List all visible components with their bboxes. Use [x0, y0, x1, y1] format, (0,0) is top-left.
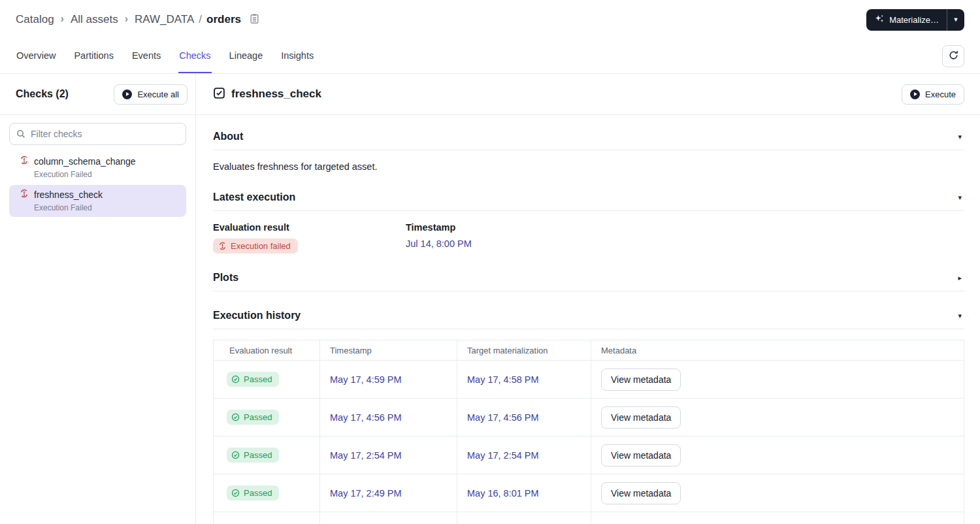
sparkle-icon	[874, 14, 885, 26]
execution-history-section-header: Execution history ▾	[213, 310, 964, 321]
table-header-row: Evaluation result Timestamp Target mater…	[214, 340, 964, 361]
check-circle-icon	[231, 375, 240, 384]
view-metadata-button[interactable]: View metadata	[601, 482, 681, 504]
check-item-freshness-check[interactable]: freshness_check Execution Failed	[9, 185, 186, 217]
asset-path: RAW_DATA / orders	[135, 13, 241, 26]
plots-expand-button[interactable]: ▸	[955, 272, 964, 284]
view-metadata-button[interactable]: View metadata	[601, 406, 681, 429]
view-metadata-button[interactable]: View metadata	[601, 368, 681, 391]
about-section-header: About ▾	[213, 131, 964, 142]
check-status: Execution Failed	[34, 203, 178, 212]
check-name: freshness_check	[34, 189, 103, 200]
check-circle-icon	[231, 413, 240, 421]
about-heading: About	[213, 131, 243, 142]
check-title: freshness_check	[231, 88, 321, 101]
check-failed-icon	[218, 242, 227, 250]
divider	[213, 150, 964, 150]
plots-section-header: Plots ▸	[213, 272, 964, 284]
execution-history-table: Evaluation result Timestamp Target mater…	[213, 340, 964, 524]
passed-badge-label: Passed	[244, 488, 272, 498]
table-row: Passed May 17, 4:59 PM May 17, 4:58 PM V…	[214, 361, 964, 399]
latest-execution-heading: Latest execution	[213, 191, 295, 203]
check-failed-icon	[20, 156, 29, 167]
tab-checks[interactable]: Checks	[178, 39, 211, 73]
table-row: Passed May 17, 2:49 PM May 16, 8:01 PM V…	[214, 474, 964, 512]
column-header-timestamp: Timestamp	[319, 340, 457, 360]
caret-down-icon: ▾	[958, 133, 962, 140]
passed-badge: Passed	[227, 410, 279, 425]
check-item-column-schema-change[interactable]: column_schema_change Execution Failed	[9, 152, 186, 184]
execution-failed-badge-label: Execution failed	[231, 241, 291, 251]
chevron-right-icon: ›	[125, 13, 128, 25]
check-circle-icon	[231, 489, 240, 497]
check-circle-icon	[231, 451, 240, 459]
timestamp-link[interactable]: May 17, 4:56 PM	[330, 412, 402, 423]
view-metadata-button[interactable]: View metadata	[601, 444, 681, 467]
timestamp-link[interactable]: May 17, 4:59 PM	[330, 374, 402, 385]
asset-tabs: Overview Partitions Events Checks Lineag…	[0, 39, 980, 74]
target-materialization-link[interactable]: May 17, 4:58 PM	[467, 374, 539, 385]
checks-sidebar: Checks (2) Execute all	[0, 74, 196, 524]
asset-path-separator: /	[199, 13, 202, 26]
top-bar: Catalog › All assets › RAW_DATA / orders	[0, 0, 980, 39]
check-detail-content: About ▾ Evaluates freshness for targeted…	[196, 131, 980, 524]
execute-all-button[interactable]: Execute all	[114, 84, 188, 105]
passed-badge: Passed	[227, 372, 279, 387]
tab-overview[interactable]: Overview	[16, 39, 56, 73]
timestamp-field: Timestamp Jul 14, 8:00 PM	[406, 222, 598, 254]
divider	[213, 291, 964, 291]
tab-lineage[interactable]: Lineage	[229, 39, 264, 73]
breadcrumb-catalog[interactable]: Catalog	[16, 13, 54, 26]
clipboard-icon	[249, 13, 260, 26]
caret-down-icon: ▾	[958, 193, 962, 201]
refresh-icon	[948, 50, 959, 63]
tab-partitions[interactable]: Partitions	[73, 39, 114, 73]
divider	[213, 210, 964, 211]
play-icon	[910, 90, 920, 99]
latest-execution-timestamp-link[interactable]: Jul 14, 8:00 PM	[406, 238, 472, 249]
checks-count-title: Checks (2)	[16, 88, 69, 100]
breadcrumb-all-assets[interactable]: All assets	[71, 13, 118, 26]
execution-history-collapse-button[interactable]: ▾	[955, 310, 964, 321]
timestamp-link[interactable]: May 17, 2:49 PM	[330, 488, 402, 499]
about-collapse-button[interactable]: ▾	[955, 131, 964, 142]
evaluation-result-field: Evaluation result Execution failed	[213, 222, 406, 254]
execute-button[interactable]: Execute	[902, 84, 964, 105]
refresh-button[interactable]	[942, 45, 964, 67]
filter-checks-wrap	[9, 123, 186, 145]
filter-checks-input[interactable]	[9, 123, 186, 145]
check-status: Execution Failed	[34, 170, 178, 179]
table-row: Passed May 17, 4:56 PM May 17, 4:56 PM V…	[214, 399, 964, 436]
search-icon	[16, 129, 26, 142]
tab-events[interactable]: Events	[131, 39, 161, 73]
latest-execution-collapse-button[interactable]: ▾	[955, 192, 964, 203]
target-materialization-link[interactable]: May 16, 8:01 PM	[467, 488, 539, 499]
copy-asset-key-button[interactable]	[249, 13, 260, 26]
target-materialization-link[interactable]: May 17, 2:54 PM	[467, 450, 539, 461]
target-materialization-link[interactable]: May 17, 4:56 PM	[467, 412, 539, 423]
about-description: Evaluates freshness for targeted asset.	[213, 161, 964, 172]
materialize-label: Materialize…	[889, 15, 939, 25]
latest-execution-section-header: Latest execution ▾	[213, 191, 964, 203]
play-icon	[122, 90, 132, 99]
materialize-split-button: Materialize… ▼	[866, 9, 964, 31]
table-row: Passed May 17, 2:54 PM May 17, 2:54 PM V…	[214, 436, 964, 474]
materialize-button[interactable]: Materialize…	[866, 9, 947, 31]
chevron-right-icon: ›	[61, 13, 64, 25]
column-header-evaluation-result: Evaluation result	[214, 340, 319, 360]
latest-execution-fields: Evaluation result Execution failed	[213, 222, 964, 254]
passed-badge-label: Passed	[244, 374, 272, 384]
execution-history-heading: Execution history	[213, 310, 301, 321]
check-detail-header: freshness_check Execute	[196, 74, 980, 115]
timestamp-link[interactable]: May 17, 2:54 PM	[330, 450, 402, 461]
check-detail-panel: freshness_check Execute About ▾ Evaluate…	[196, 74, 980, 524]
checks-layout: Checks (2) Execute all	[0, 74, 980, 524]
caret-down-icon: ▾	[958, 312, 962, 319]
asset-name: orders	[206, 13, 241, 26]
materialize-dropdown-button[interactable]: ▼	[947, 9, 964, 31]
check-box-icon	[213, 87, 225, 102]
check-list: column_schema_change Execution Failed fr…	[0, 152, 195, 217]
execute-label: Execute	[925, 90, 956, 99]
tab-insights[interactable]: Insights	[280, 39, 314, 73]
asset-key-prefix[interactable]: RAW_DATA	[135, 13, 194, 26]
